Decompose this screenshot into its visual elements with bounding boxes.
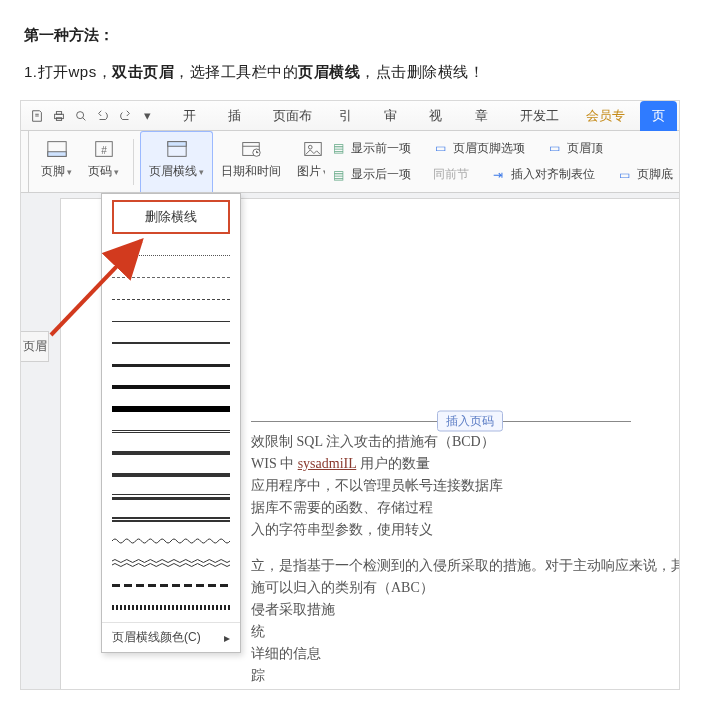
line-style-wave-single[interactable]	[112, 530, 230, 552]
doc-line: 统	[251, 621, 671, 643]
footer-icon	[44, 137, 70, 161]
tab-start[interactable]: 开始	[171, 101, 216, 131]
undo-icon[interactable]	[93, 106, 113, 126]
tab-header-footer[interactable]: 页	[640, 101, 677, 131]
header-line-icon	[164, 137, 190, 161]
delete-line-item[interactable]: 删除横线	[112, 200, 230, 234]
print-icon[interactable]	[49, 106, 69, 126]
ribbon: 页脚▾ # 页码▾ 页眉横线▾ 日期和时间 图片▾ 域 页眉页脚切换	[21, 131, 679, 193]
step-bold: 页眉横线	[298, 63, 360, 80]
doc-next-icon: ▤	[331, 168, 345, 182]
preview-icon[interactable]	[71, 106, 91, 126]
calendar-icon	[238, 137, 264, 161]
tab-review[interactable]: 审阅	[372, 101, 417, 131]
doc-line: 效限制 SQL 注入攻击的措施有（BCD）	[251, 431, 671, 453]
article-heading: 第一种方法：	[24, 26, 677, 45]
tab-ref[interactable]: 引用	[327, 101, 372, 131]
tab-vip[interactable]: 会员专享	[574, 101, 640, 131]
dropdown-footer-label: 页眉横线颜色(C)	[112, 629, 201, 646]
line-style-medium[interactable]	[112, 332, 230, 354]
line-style-double-medium[interactable]	[112, 508, 230, 530]
document-text: 效限制 SQL 注入攻击的措施有（BCD） WIS 中 sysadmiIL 用户…	[251, 431, 671, 690]
article-step: 1.打开wps，双击页眉，选择工具栏中的页眉横线，点击删除横线！	[24, 63, 677, 82]
quick-access-toolbar: ▾	[23, 106, 161, 126]
doc-line: 应用程序中，不以管理员帐号连接数据库	[251, 475, 671, 497]
line-style-thin[interactable]	[112, 310, 230, 332]
line-style-heaviest[interactable]	[112, 398, 230, 420]
header-top-button[interactable]: ▭页眉顶	[547, 140, 603, 157]
ribbon-label: 页眉横线	[149, 164, 197, 178]
header-line-button[interactable]: 页眉横线▾	[140, 131, 213, 193]
line-style-dashed-fine[interactable]	[112, 266, 230, 288]
line-style-double-thin[interactable]	[112, 420, 230, 442]
doc-line: WIS 中 sysadmiIL 用户的数量	[251, 453, 671, 475]
step-text: 1.打开wps，	[24, 63, 112, 80]
step-bold: 双击页眉	[112, 63, 174, 80]
doc-line: 据库不需要的函数、存储过程	[251, 497, 671, 519]
line-style-thick[interactable]	[112, 354, 230, 376]
ribbon-mini-label: 同前节	[433, 166, 469, 183]
header-side-tab[interactable]: 页眉	[21, 331, 49, 362]
line-style-stripe[interactable]	[112, 596, 230, 618]
ribbon-mini-label: 显示后一项	[351, 166, 411, 183]
options-icon: ▭	[433, 141, 447, 155]
line-style-dotted-fine[interactable]	[112, 244, 230, 266]
line-style-dashed[interactable]	[112, 288, 230, 310]
ribbon-mini-label: 页眉顶	[567, 140, 603, 157]
datetime-button[interactable]: 日期和时间	[213, 131, 289, 193]
doc-prev-icon: ▤	[331, 141, 345, 155]
step-text: ，选择工具栏中的	[174, 63, 298, 80]
show-prev-button[interactable]: ▤显示前一项	[331, 140, 411, 157]
doc-line: 详细的信息	[251, 643, 671, 665]
svg-rect-1	[56, 111, 61, 114]
tab-insert[interactable]: 插入	[216, 101, 261, 131]
line-color-item[interactable]: 页眉横线颜色(C) ▸	[102, 622, 240, 648]
line-style-heavier[interactable]	[112, 376, 230, 398]
header-top-icon: ▭	[547, 141, 561, 155]
show-next-button[interactable]: ▤显示后一项	[331, 166, 411, 183]
ribbon-right: ▤显示前一项 ▭页眉页脚选项 ▭页眉顶 ▤显示后一项 同前节 ⇥插入对齐制表位 …	[325, 131, 679, 192]
tabstop-icon: ⇥	[491, 168, 505, 182]
pagenum-button[interactable]: # 页码▾	[80, 131, 127, 193]
doc-blank	[251, 541, 671, 555]
insert-page-number-badge[interactable]: 插入页码	[437, 411, 503, 432]
line-style-triple[interactable]	[112, 486, 230, 508]
ribbon-label: 日期和时间	[221, 163, 281, 180]
doc-line: 施可以归入的类别有（ABC）	[251, 577, 671, 599]
hash-icon: #	[91, 137, 117, 161]
svg-rect-5	[47, 152, 65, 157]
chevron-right-icon: ▸	[224, 631, 230, 645]
screenshot-frame: ▾ 开始 插入 页面布局 引用 审阅 视图 章节 开发工具 会员专享 页 页脚▾…	[20, 100, 680, 690]
tab-layout[interactable]: 页面布局	[261, 101, 327, 131]
line-style-wave-double[interactable]	[112, 552, 230, 574]
svg-text:#: #	[101, 145, 107, 156]
tab-section[interactable]: 章节	[463, 101, 508, 131]
svg-point-3	[77, 111, 84, 118]
redo-icon[interactable]	[115, 106, 135, 126]
line-style-thick-thin[interactable]	[112, 464, 230, 486]
ribbon-mini-label: 页脚底	[637, 166, 673, 183]
same-section-button: 同前节	[433, 166, 469, 183]
line-style-dash-thick[interactable]	[112, 574, 230, 596]
footer-button[interactable]: 页脚▾	[33, 131, 80, 193]
export-icon[interactable]	[27, 106, 47, 126]
ribbon-label: 图片	[297, 164, 321, 178]
ribbon-mini-label: 显示前一项	[351, 140, 411, 157]
doc-line: 入的字符串型参数，使用转义	[251, 519, 671, 541]
tab-view[interactable]: 视图	[417, 101, 462, 131]
doc-line: 踪	[251, 665, 671, 687]
tab-dev[interactable]: 开发工具	[508, 101, 574, 131]
line-style-thin-thick[interactable]	[112, 442, 230, 464]
hf-options-button[interactable]: ▭页眉页脚选项	[433, 140, 525, 157]
tab-bar: ▾ 开始 插入 页面布局 引用 审阅 视图 章节 开发工具 会员专享 页	[21, 101, 679, 131]
svg-rect-9	[167, 142, 185, 147]
footer-bottom-button[interactable]: ▭页脚底	[617, 166, 673, 183]
ribbon-label: 页码	[88, 164, 112, 178]
doc-line: 立，是指基于一个检测到的入侵所采取的措施。对于主动响应来说，其	[251, 555, 671, 577]
insert-tabstop-button[interactable]: ⇥插入对齐制表位	[491, 166, 595, 183]
step-text: ，点击删除横线！	[360, 63, 484, 80]
ribbon-mini-label: 插入对齐制表位	[511, 166, 595, 183]
footer-bottom-icon: ▭	[617, 168, 631, 182]
dropdown-caret-icon[interactable]: ▾	[137, 106, 157, 126]
doc-line: 侵者采取措施	[251, 599, 671, 621]
